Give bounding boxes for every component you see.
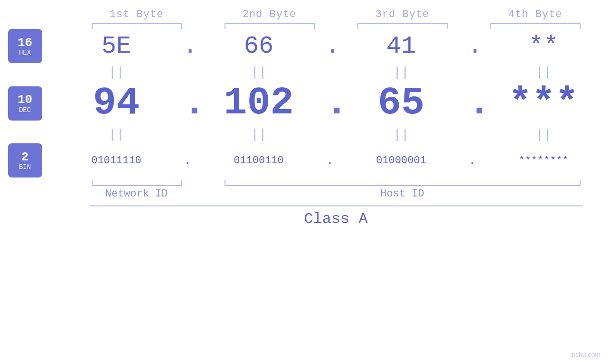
- class-bracket-line: [89, 205, 583, 206]
- hex-byte3-cell: 41: [335, 32, 468, 60]
- byte4-header: 4th Byte: [469, 9, 602, 20]
- dec-data-row: 94 . 102 . 65 . ***: [50, 81, 610, 125]
- main-container: 1st Byte 2nd Byte 3rd Byte 4th Byte 16 H…: [0, 0, 610, 364]
- host-bracket-line: [225, 180, 581, 186]
- bracket-cell-3: [336, 23, 469, 29]
- bin-dot3: .: [468, 153, 477, 168]
- equals1-cell4: ||: [477, 65, 610, 80]
- bin-byte3-value: 01000001: [335, 155, 468, 167]
- bottom-labels: Network ID Host ID: [31, 188, 610, 200]
- hex-data-row: 5E . 66 . 41 . **: [50, 29, 610, 63]
- dec-dot1: .: [183, 81, 192, 125]
- equals2-cell1: ||: [50, 127, 183, 142]
- equals1-sign1: ||: [108, 65, 124, 80]
- bin-dot1: .: [183, 153, 192, 168]
- equals1-cell1: ||: [50, 65, 183, 80]
- hex-byte3-value: 41: [335, 32, 468, 60]
- equals1-sign2: ||: [251, 65, 267, 80]
- net-bracket-line: [92, 180, 182, 186]
- equals1-spacer: [0, 63, 50, 81]
- equals2-cell3: ||: [335, 127, 468, 142]
- equals1-cell3: ||: [335, 65, 468, 80]
- equals2-cell2: ||: [192, 127, 325, 142]
- dec-byte4-cell: ***: [477, 81, 610, 125]
- equals2-sign1: ||: [108, 127, 124, 142]
- hex-label-spacer: 16 HEX: [0, 29, 50, 63]
- hex-byte2-cell: 66: [192, 32, 325, 60]
- bin-num: 2: [21, 150, 29, 164]
- equals-row-1-wrapper: || || || ||: [0, 63, 610, 81]
- bracket-line-4: [490, 23, 581, 29]
- equals2-sign4: ||: [535, 127, 552, 142]
- bin-dot2: .: [325, 153, 335, 168]
- top-brackets: [31, 23, 610, 29]
- watermark: ipshu.com: [570, 351, 601, 358]
- dec-byte1-cell: 94: [50, 81, 183, 125]
- dec-dot3: .: [468, 81, 477, 125]
- bin-label-spacer: 2 BIN: [0, 143, 50, 177]
- equals1-cell2: ||: [192, 65, 325, 80]
- equals2-sign3: ||: [393, 127, 409, 142]
- bin-byte2-cell: 01100110: [192, 155, 325, 167]
- bin-name: BIN: [19, 164, 31, 170]
- hex-dot3: .: [468, 32, 477, 60]
- hex-name: HEX: [19, 49, 31, 56]
- dec-row-wrapper: 10 DEC 94 . 102 . 65 . ***: [0, 81, 610, 125]
- hex-byte2-value: 66: [192, 32, 325, 60]
- bin-badge: 2 BIN: [8, 143, 42, 177]
- bin-byte2-value: 01100110: [192, 155, 325, 167]
- bin-byte1-value: 01011110: [50, 155, 183, 167]
- equals2-cell4: ||: [477, 127, 610, 142]
- bin-byte3-cell: 01000001: [335, 155, 468, 167]
- bracket-line-2: [225, 23, 315, 29]
- byte2-header: 2nd Byte: [203, 9, 336, 20]
- dec-byte1-value: 94: [50, 81, 183, 125]
- byte3-header: 3rd Byte: [336, 9, 469, 20]
- bin-row-wrapper: 2 BIN 01011110 . 01100110 . 01000001 . *…: [0, 143, 610, 177]
- hex-byte4-value: **: [477, 32, 610, 60]
- hex-byte1-value: 5E: [50, 32, 183, 60]
- dec-byte2-cell: 102: [192, 81, 325, 125]
- dec-byte3-value: 65: [335, 81, 468, 125]
- dec-byte2-value: 102: [192, 81, 325, 125]
- bottom-bracket-net: [70, 180, 203, 186]
- dec-badge: 10 DEC: [8, 86, 42, 121]
- dec-name: DEC: [19, 107, 31, 113]
- dec-byte3-cell: 65: [335, 81, 468, 125]
- bottom-bracket-host: [203, 180, 602, 186]
- hex-dot1: .: [183, 32, 192, 60]
- dec-label-spacer: 10 DEC: [0, 81, 50, 125]
- hex-byte4-cell: **: [477, 32, 610, 60]
- bracket-line-3: [357, 23, 448, 29]
- equals1-sign3: ||: [393, 65, 409, 80]
- equals2-data: || || || ||: [50, 125, 610, 143]
- hex-row-wrapper: 16 HEX 5E . 66 . 41 . **: [0, 29, 610, 63]
- bracket-cell-2: [203, 23, 336, 29]
- hex-byte1-cell: 5E: [50, 32, 183, 60]
- bottom-brackets: [31, 180, 610, 186]
- network-id-label: Network ID: [70, 188, 203, 200]
- dec-dot2: .: [325, 81, 335, 125]
- dec-num: 10: [18, 93, 32, 107]
- hex-num: 16: [18, 36, 32, 50]
- byte-headers: 1st Byte 2nd Byte 3rd Byte 4th Byte: [31, 0, 610, 20]
- equals-row-2-wrapper: || || || ||: [0, 125, 610, 143]
- class-label: Class A: [304, 210, 367, 228]
- bracket-line-1: [92, 23, 182, 29]
- bin-byte4-cell: ********: [477, 155, 610, 167]
- host-id-label: Host ID: [203, 188, 602, 200]
- equals1-data: || || || ||: [50, 63, 610, 81]
- equals2-sign2: ||: [251, 127, 267, 142]
- dec-byte4-value: ***: [477, 81, 610, 125]
- class-section: Class A: [31, 205, 610, 228]
- bracket-cell-4: [469, 23, 602, 29]
- hex-badge: 16 HEX: [8, 29, 42, 63]
- hex-dot2: .: [325, 32, 335, 60]
- equals1-sign4: ||: [535, 65, 552, 80]
- byte1-header: 1st Byte: [70, 9, 203, 20]
- equals2-spacer: [0, 125, 50, 143]
- bin-byte4-value: ********: [477, 155, 610, 167]
- bracket-cell-1: [70, 23, 203, 29]
- bin-byte1-cell: 01011110: [50, 155, 183, 167]
- bin-data-row: 01011110 . 01100110 . 01000001 . *******…: [50, 143, 610, 177]
